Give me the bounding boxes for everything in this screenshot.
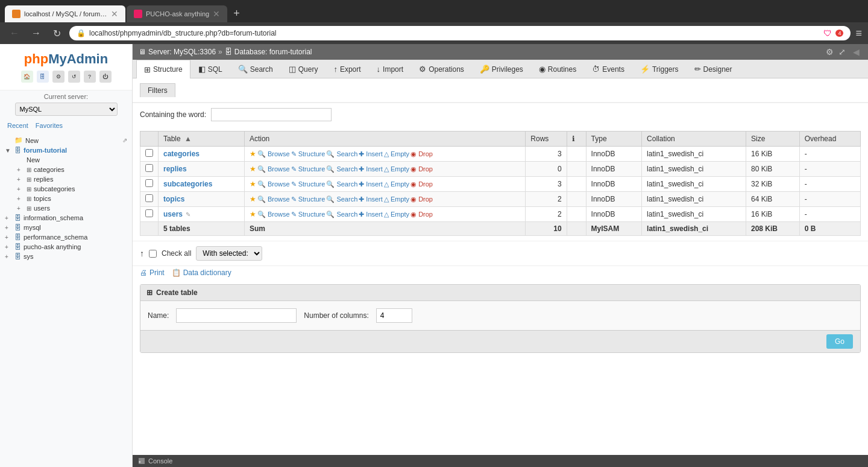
browse-link-subcategories[interactable]: 🔍 Browse [257, 180, 290, 188]
tab-export[interactable]: ↑ Export [326, 60, 368, 78]
row-cb-users[interactable] [145, 209, 153, 217]
insert-link-replies[interactable]: ✚ Insert [359, 165, 383, 173]
insert-link-categories[interactable]: ✚ Insert [359, 150, 383, 158]
tab-routines[interactable]: ◉ Routines [531, 60, 584, 78]
tab-import[interactable]: ↓ Import [369, 60, 412, 78]
tree-item-categories[interactable]: + ⊞ categories [12, 165, 132, 174]
with-selected-dropdown[interactable]: With selected: [196, 246, 262, 261]
filter-tab[interactable]: Filters [140, 83, 175, 97]
structure-link-subcategories[interactable]: ✎ Structure [291, 180, 326, 188]
th-rows-info[interactable]: ℹ [567, 132, 586, 147]
columns-input[interactable] [376, 308, 412, 323]
th-table[interactable]: Table ▲ [159, 132, 245, 147]
search-link-topics[interactable]: 🔍 Search [326, 195, 357, 203]
print-link[interactable]: 🖨 Print [140, 268, 165, 277]
structure-link-users[interactable]: ✎ Structure [291, 211, 326, 218]
browse-link-categories[interactable]: 🔍 Browse [257, 150, 290, 158]
star-icon-subcategories[interactable]: ★ [250, 180, 256, 188]
row-cb-replies[interactable] [145, 164, 153, 172]
star-icon-categories[interactable]: ★ [250, 150, 256, 158]
star-icon-replies[interactable]: ★ [250, 165, 256, 173]
drop-link-replies[interactable]: ◉ Drop [410, 165, 433, 173]
table-link-users[interactable]: users [163, 210, 183, 218]
exit-icon-btn[interactable]: ⏻ [99, 71, 112, 83]
tab-close-pucho[interactable]: ✕ [213, 9, 220, 19]
structure-link-topics[interactable]: ✎ Structure [291, 195, 326, 203]
tree-item-performance-schema[interactable]: + 🗄 performance_schema [0, 232, 132, 242]
empty-link-subcategories[interactable]: △ Empty [384, 180, 409, 188]
tree-item-new-forum[interactable]: New [12, 155, 132, 165]
tab-query[interactable]: ◫ Query [281, 60, 326, 78]
table-link-replies[interactable]: replies [163, 165, 187, 173]
server-select[interactable]: MySQL [15, 103, 118, 116]
data-dictionary-link[interactable]: 📋 Data dictionary [172, 268, 231, 277]
structure-link-replies[interactable]: ✎ Structure [291, 165, 326, 173]
header-settings-icon[interactable]: ⚙ [826, 47, 834, 57]
filter-input[interactable] [211, 108, 332, 121]
insert-link-subcategories[interactable]: ✚ Insert [359, 180, 383, 188]
tree-item-users[interactable]: + ⊞ users [12, 203, 132, 213]
tab-pucho[interactable]: PUCHO-ask anything ✕ [127, 5, 227, 22]
empty-link-users[interactable]: △ Empty [384, 211, 409, 218]
search-link-categories[interactable]: 🔍 Search [326, 150, 357, 158]
empty-link-topics[interactable]: △ Empty [384, 195, 409, 203]
forward-button[interactable]: → [28, 27, 45, 40]
favorites-link[interactable]: Favorites [36, 122, 63, 129]
address-bar[interactable]: 🔒 localhost/phpmyadmin/db_structure.php?… [69, 26, 851, 40]
insert-link-users[interactable]: ✚ Insert [359, 211, 383, 218]
help-icon-btn[interactable]: ? [84, 71, 96, 83]
recent-link[interactable]: Recent [7, 122, 28, 129]
drop-link-users[interactable]: ◉ Drop [410, 211, 433, 218]
create-table-header[interactable]: ⊞ Create table [140, 285, 860, 301]
browser-menu-button[interactable]: ≡ [855, 27, 862, 40]
tree-item-pucho[interactable]: + 🗄 pucho-ask anything [0, 242, 132, 252]
check-all-checkbox[interactable] [149, 250, 157, 258]
tab-privileges[interactable]: 🔑 Privileges [472, 60, 531, 78]
sidebar-collapse-icon[interactable]: ◀ [851, 47, 862, 57]
tab-designer[interactable]: ✏ Designer [687, 60, 740, 78]
tab-search[interactable]: 🔍 Search [230, 60, 281, 78]
go-button[interactable]: Go [826, 334, 853, 349]
tree-item-mysql[interactable]: + 🗄 mysql [0, 223, 132, 232]
search-link-subcategories[interactable]: 🔍 Search [326, 180, 357, 188]
sync-icon-btn[interactable]: ↺ [68, 71, 80, 83]
search-link-replies[interactable]: 🔍 Search [326, 165, 357, 173]
insert-link-topics[interactable]: ✚ Insert [359, 195, 383, 203]
browse-link-replies[interactable]: 🔍 Browse [257, 165, 290, 173]
empty-link-replies[interactable]: △ Empty [384, 165, 409, 173]
tree-item-new-root[interactable]: 📁 New ⇗ [0, 135, 132, 145]
drop-link-topics[interactable]: ◉ Drop [410, 195, 433, 203]
console-bar[interactable]: ▪ Console [133, 455, 868, 467]
tab-pma[interactable]: localhost / MySQL / forum-tutoria... ✕ [5, 5, 125, 22]
star-icon-users[interactable]: ★ [250, 210, 256, 218]
star-icon-topics[interactable]: ★ [250, 195, 256, 203]
home-icon[interactable]: 🏠 [21, 71, 33, 83]
tree-item-forum-tutorial[interactable]: ▼ 🗄 forum-tutorial [0, 145, 132, 155]
tree-item-replies[interactable]: + ⊞ replies [12, 174, 132, 184]
table-link-categories[interactable]: categories [163, 150, 200, 158]
new-tab-button[interactable]: + [228, 5, 245, 22]
empty-link-categories[interactable]: △ Empty [384, 150, 409, 158]
table-link-subcategories[interactable]: subcategories [163, 180, 212, 188]
tree-item-subcategories[interactable]: + ⊞ subcategories [12, 184, 132, 194]
table-link-topics[interactable]: topics [163, 195, 184, 203]
back-button[interactable]: ← [6, 27, 23, 40]
tab-sql[interactable]: ◧ SQL [190, 60, 230, 78]
row-cb-topics[interactable] [145, 194, 153, 202]
table-name-input[interactable] [176, 308, 297, 323]
tab-operations[interactable]: ⚙ Operations [411, 60, 472, 78]
tab-close-pma[interactable]: ✕ [111, 9, 118, 19]
db-icon-btn[interactable]: 🗄 [37, 71, 49, 83]
row-cb-categories[interactable] [145, 149, 153, 157]
reload-button[interactable]: ↻ [49, 27, 64, 40]
browse-link-users[interactable]: 🔍 Browse [257, 211, 290, 218]
tree-item-information-schema[interactable]: + 🗄 information_schema [0, 213, 132, 223]
settings-icon-btn[interactable]: ⚙ [52, 71, 64, 83]
browse-link-topics[interactable]: 🔍 Browse [257, 195, 290, 203]
row-cb-subcategories[interactable] [145, 179, 153, 187]
tab-triggers[interactable]: ⚡ Triggers [632, 60, 687, 78]
edit-inline-icon[interactable]: ✎ [186, 211, 190, 218]
tab-events[interactable]: ⏱ Events [584, 60, 632, 78]
tree-item-sys[interactable]: + 🗄 sys [0, 252, 132, 261]
drop-link-subcategories[interactable]: ◉ Drop [410, 180, 433, 188]
